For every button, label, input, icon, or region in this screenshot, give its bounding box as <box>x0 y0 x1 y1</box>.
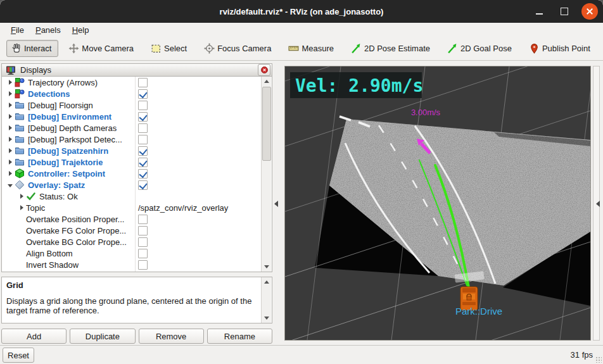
display-row[interactable]: Topic /spatz_conv/rviz_overlay <box>2 202 272 213</box>
tree-scrollbar[interactable] <box>261 77 271 272</box>
fps-counter: 31 fps <box>571 350 593 360</box>
remove-button[interactable]: Remove <box>139 329 204 344</box>
reset-button[interactable]: Reset <box>3 348 34 363</box>
scroll-down-icon[interactable] <box>262 313 271 323</box>
display-row[interactable]: [Debug] Trajektorie <box>2 156 272 168</box>
expand-arrow-icon[interactable] <box>6 137 15 142</box>
duplicate-button[interactable]: Duplicate <box>70 329 135 344</box>
display-row[interactable]: Trajectory (Arrows) <box>2 77 272 88</box>
display-enable-checkbox[interactable] <box>138 237 148 247</box>
display-row[interactable]: [Debug] Spatzenhirn <box>2 145 272 156</box>
display-enable-checkbox[interactable] <box>138 249 148 258</box>
tool-2d-goal-pose[interactable]: 2D Goal Pose <box>447 43 512 54</box>
display-enable-checkbox[interactable] <box>138 112 148 122</box>
speed-marker-label: 3.00m/s <box>411 108 441 117</box>
expand-arrow-icon[interactable] <box>6 91 15 96</box>
panel-close-icon <box>260 66 269 74</box>
tool-move-camera[interactable]: Move Camera <box>68 43 134 54</box>
display-enable-checkbox[interactable] <box>138 169 148 179</box>
marker-array-icon <box>15 89 25 99</box>
rename-button[interactable]: Rename <box>207 329 272 344</box>
expand-arrow-icon[interactable] <box>6 183 15 187</box>
resize-grip[interactable] <box>595 356 602 363</box>
expand-arrow-icon[interactable] <box>6 80 15 85</box>
expand-arrow-icon[interactable] <box>6 148 15 153</box>
display-enable-checkbox[interactable] <box>138 89 148 99</box>
maximize-button[interactable] <box>556 3 573 20</box>
scroll-up-icon[interactable] <box>262 277 271 287</box>
velocity-overlay: Vel: 2.90m/s <box>290 72 423 98</box>
display-row[interactable]: Detections <box>2 88 272 99</box>
menu-panels[interactable]: Panels <box>30 24 67 36</box>
add-button[interactable]: Add <box>1 329 67 344</box>
titlebar[interactable]: rviz/default.rviz* - RViz (on ade_jonaso… <box>0 0 603 23</box>
displays-tree: Trajectory (Arrows) Detections [Debug] F… <box>1 77 272 272</box>
expand-arrow-icon[interactable] <box>6 114 15 119</box>
display-row-label: Topic <box>26 203 45 213</box>
folder-icon <box>15 157 25 167</box>
menubar: FilePanelsHelp <box>0 23 603 37</box>
expand-arrow-icon[interactable] <box>6 125 15 130</box>
scroll-down-icon[interactable] <box>262 262 271 272</box>
tool-2d-pose-estimate[interactable]: 2D Pose Estimate <box>351 43 430 54</box>
display-row[interactable]: Overtake FG Color Prope... <box>2 225 272 236</box>
display-enable-checkbox[interactable] <box>138 180 148 190</box>
expand-arrow-icon[interactable] <box>6 160 15 165</box>
display-enable-checkbox[interactable] <box>138 158 148 167</box>
tool-focus-camera[interactable]: Focus Camera <box>204 43 271 54</box>
display-row[interactable]: [Debug] Parkspot Detec... <box>2 134 272 145</box>
displays-panel-title: Displays <box>20 65 258 75</box>
display-row[interactable]: Status: Ok <box>2 191 272 202</box>
close-button[interactable] <box>581 3 598 20</box>
display-row[interactable]: Controller: Setpoint <box>2 168 272 179</box>
check-icon <box>26 191 36 201</box>
goal-arrow-icon <box>447 43 458 54</box>
displays-panel-header[interactable]: Displays <box>1 63 272 77</box>
display-row-label: Trajectory (Arrows) <box>28 78 98 87</box>
tool-measure[interactable]: Measure <box>288 43 334 54</box>
expand-arrow-icon[interactable] <box>6 171 15 176</box>
expand-arrow-icon[interactable] <box>17 194 26 199</box>
display-row[interactable]: [Debug] Depth Cameras <box>2 122 272 134</box>
display-row-label: Invert Shadow <box>26 260 79 270</box>
display-row-label: [Debug] Depth Cameras <box>28 123 117 133</box>
help-scrollbar[interactable] <box>261 277 271 323</box>
minimize-button[interactable] <box>531 3 547 20</box>
panel-close-button[interactable] <box>258 64 270 76</box>
display-enable-checkbox[interactable] <box>138 146 148 156</box>
display-enable-checkbox[interactable] <box>138 135 148 144</box>
display-row[interactable]: Overlay: Spatz <box>2 179 272 191</box>
display-enable-checkbox[interactable] <box>138 215 148 224</box>
diamond-icon <box>15 180 25 190</box>
expand-arrow-icon[interactable] <box>17 205 26 210</box>
display-enable-checkbox[interactable] <box>138 123 148 133</box>
menu-file[interactable]: File <box>5 24 30 36</box>
display-enable-checkbox[interactable] <box>138 260 148 270</box>
displays-actions: AddDuplicateRemoveRename <box>1 329 272 344</box>
display-enable-checkbox[interactable] <box>138 226 148 235</box>
pin-icon <box>529 43 540 54</box>
display-enable-checkbox[interactable] <box>138 78 148 87</box>
display-row[interactable]: [Debug] Floorsign <box>2 99 272 111</box>
display-row-label: Detections <box>28 89 70 99</box>
select-icon <box>151 43 162 54</box>
tool-select[interactable]: Select <box>151 43 187 54</box>
expand-arrow-icon[interactable] <box>6 103 15 108</box>
display-row-label: Align Bottom <box>26 249 73 258</box>
tool-publish-point[interactable]: Publish Point <box>529 43 590 54</box>
display-row-value[interactable]: /spatz_conv/rviz_overlay <box>138 203 228 213</box>
display-row[interactable]: Invert Shadow <box>2 259 272 270</box>
tool-interact[interactable]: Interact <box>6 40 58 57</box>
collapse-left-handle[interactable] <box>272 191 280 217</box>
display-row[interactable]: [Debug] Environment <box>2 111 272 122</box>
display-enable-checkbox[interactable] <box>138 101 148 110</box>
menu-help[interactable]: Help <box>67 24 95 36</box>
display-row[interactable]: Align Bottom <box>2 248 272 259</box>
tree-scrollbar-thumb[interactable] <box>262 87 271 161</box>
display-row[interactable]: Overtake BG Color Prope... <box>2 236 272 248</box>
collapse-right-handle[interactable] <box>594 191 602 217</box>
render-viewport[interactable]: 3.00m/s Park::Drive Vel: 2.90m/s <box>284 66 591 341</box>
display-row[interactable]: Overtake Position Proper... <box>2 213 272 225</box>
scroll-up-icon[interactable] <box>262 77 271 86</box>
velocity-overlay-text: Vel: 2.90m/s <box>295 75 423 96</box>
